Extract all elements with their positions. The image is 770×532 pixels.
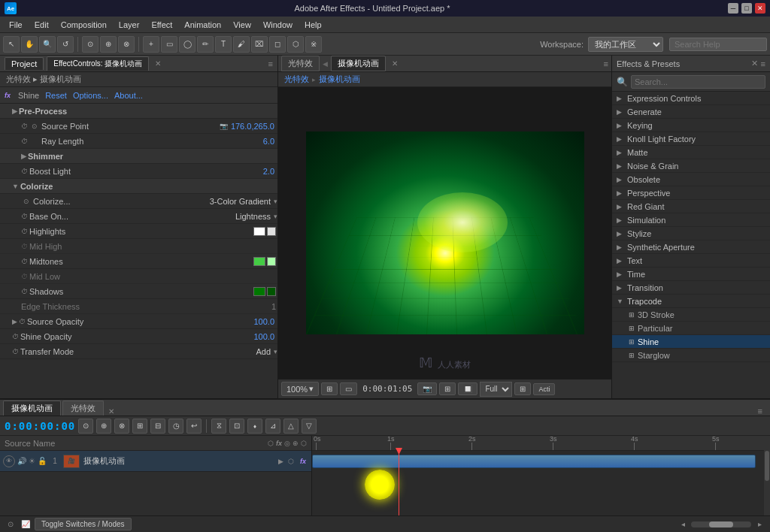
composition-canvas[interactable]: 𝕄 人人素材 xyxy=(278,87,611,379)
midtones-color-swatch[interactable] xyxy=(253,257,265,266)
scrollbar-thumb-v[interactable] xyxy=(765,451,769,481)
shadows-color-swatch[interactable] xyxy=(253,287,265,296)
timeline-tab-camera[interactable]: 摄像机动画 xyxy=(3,401,61,416)
timeline-tab-close[interactable]: ✕ xyxy=(108,407,114,416)
colorize-section[interactable]: ▼ Colorize xyxy=(0,179,277,194)
tl-zoom-in-icon[interactable]: ▸ xyxy=(753,518,765,530)
tab-project[interactable]: Project xyxy=(5,57,44,70)
comp-tab-camera[interactable]: 摄像机动画 xyxy=(331,56,386,71)
playhead[interactable] xyxy=(399,451,399,515)
snapshot-button[interactable]: 🔲 xyxy=(458,382,477,395)
layer-solo-icon[interactable]: ☀ xyxy=(29,457,35,465)
menu-composition[interactable]: Composition xyxy=(55,19,113,31)
effect-perspective[interactable]: ▶ Perspective xyxy=(612,186,770,200)
tl-bottom-compose-icon[interactable]: ⊙ xyxy=(5,518,17,530)
layer-bar-1[interactable] xyxy=(312,455,756,468)
comp-breadcrumb-2[interactable]: 摄像机动画 xyxy=(319,74,360,85)
tl-tool-2[interactable]: ⊕ xyxy=(96,419,111,434)
tl-tool-13[interactable]: ▽ xyxy=(302,419,317,434)
menu-effect[interactable]: Effect xyxy=(145,19,178,31)
effect-matte[interactable]: ▶ Matte xyxy=(612,146,770,159)
effects-search-input[interactable] xyxy=(631,75,765,89)
tl-tool-1[interactable]: ⊙ xyxy=(78,419,93,434)
colorize-dropdown-icon[interactable]: ▾ xyxy=(274,198,277,205)
effect-obsolete[interactable]: ▶ Obsolete xyxy=(612,173,770,186)
midtones-swatch2[interactable] xyxy=(267,257,276,266)
tool-rotate[interactable]: ↺ xyxy=(57,36,74,53)
tl-zoom-out-icon[interactable]: ◂ xyxy=(677,518,689,530)
base-stopwatch-icon[interactable]: ⏱ xyxy=(21,213,28,220)
shine-opacity-value[interactable]: 100.0 xyxy=(253,332,277,341)
menu-file[interactable]: File xyxy=(3,19,29,31)
tool-pen[interactable]: ✏ xyxy=(197,36,214,53)
menu-window[interactable]: Window xyxy=(257,19,299,31)
menu-animation[interactable]: Animation xyxy=(178,19,227,31)
menu-help[interactable]: Help xyxy=(299,19,328,31)
layer-expand-icon[interactable]: ▶ xyxy=(278,458,283,465)
tool-hand[interactable]: ✋ xyxy=(21,36,38,53)
camera-button[interactable]: 📷 xyxy=(417,382,437,395)
ray-length-value[interactable]: 6.0 xyxy=(263,137,277,146)
tool-camera-dolly[interactable]: ⊗ xyxy=(118,36,135,53)
menu-layer[interactable]: Layer xyxy=(113,19,146,31)
tl-tool-4[interactable]: ⊞ xyxy=(132,419,147,434)
shadows-swatch2[interactable] xyxy=(267,287,276,296)
comp-options-button[interactable]: ⊞ xyxy=(514,382,531,395)
action-safe-button[interactable]: Acti xyxy=(533,383,555,395)
colorize-mode-row[interactable]: ⊙ Colorize... 3-Color Gradient ▾ xyxy=(0,194,277,209)
tl-tool-7[interactable]: ↩ xyxy=(186,419,202,434)
tool-camera-track[interactable]: ⊕ xyxy=(100,36,117,53)
effect-particular[interactable]: ⊞ Particular xyxy=(612,322,770,335)
tool-select[interactable]: ↖ xyxy=(3,36,20,53)
tl-tool-12[interactable]: △ xyxy=(283,419,299,434)
effect-trapcode[interactable]: ▼ Trapcode xyxy=(612,295,770,308)
midtones-row[interactable]: ⏱ Midtones xyxy=(0,254,277,269)
effect-generate[interactable]: ▶ Generate xyxy=(612,105,770,119)
comp-tab-close[interactable]: ✕ xyxy=(392,59,398,68)
zoom-select[interactable]: 100% ▾ xyxy=(281,382,319,396)
ray-stopwatch-icon[interactable]: ⏱ xyxy=(21,138,28,145)
tl-tool-6[interactable]: ◷ xyxy=(168,419,183,434)
comp-tab-guangtexiao[interactable]: 光特效 xyxy=(281,56,320,71)
ray-length-row[interactable]: ⏱ Ray Length 6.0 xyxy=(0,134,277,149)
tool-puppet[interactable]: ※ xyxy=(305,36,322,53)
transfer-mode-row[interactable]: ⏱ Transfer Mode Add ▾ xyxy=(0,344,277,359)
effect-red-giant[interactable]: ▶ Red Giant xyxy=(612,200,770,213)
effect-expression-controls[interactable]: ▶ Expression Controls xyxy=(612,92,770,105)
layer-row-1[interactable]: 👁 🔊 ☀ 🔓 1 🎥 摄像机动画 ▶ ⬡ fx xyxy=(0,451,311,472)
tool-camera-orbit[interactable]: ⊙ xyxy=(82,36,99,53)
tl-zoom-slider[interactable] xyxy=(691,521,751,527)
menu-view[interactable]: View xyxy=(227,19,257,31)
tool-mask-rect[interactable]: ▭ xyxy=(161,36,177,53)
toggle-switches-modes-button[interactable]: Toggle Switches / Modes xyxy=(35,518,132,530)
comp-panel-menu[interactable]: ≡ xyxy=(604,59,608,68)
shine-stopwatch[interactable]: ⏱ xyxy=(12,333,19,340)
tl-bottom-graph-icon[interactable]: 📈 xyxy=(20,518,32,530)
panel-menu-left[interactable]: ≡ xyxy=(268,59,273,68)
tool-roto[interactable]: ⬡ xyxy=(287,36,304,53)
timeline-canvas[interactable] xyxy=(312,451,770,515)
effect-3d-stroke[interactable]: ⊞ 3D Stroke xyxy=(612,308,770,322)
tl-tool-5[interactable]: ⊟ xyxy=(150,419,165,434)
effect-time[interactable]: ▶ Time xyxy=(612,268,770,281)
pre-process-section[interactable]: ▶ Pre-Process xyxy=(0,104,277,119)
menu-edit[interactable]: Edit xyxy=(29,19,55,31)
minimize-button[interactable]: ─ xyxy=(728,3,738,14)
options-button[interactable]: Options... xyxy=(73,91,108,100)
shine-opacity-row[interactable]: ⏱ Shine Opacity 100.0 xyxy=(0,329,277,344)
timeline-scrollbar-v[interactable] xyxy=(764,436,770,515)
effects-panel-menu-icon[interactable]: ✕ xyxy=(751,59,758,68)
tl-tool-3[interactable]: ⊗ xyxy=(114,419,129,434)
effect-transition[interactable]: ▶ Transition xyxy=(612,281,770,295)
tool-brush[interactable]: 🖌 xyxy=(233,36,250,53)
tl-tool-10[interactable]: ⬧ xyxy=(247,419,262,434)
timeline-panel-menu[interactable]: ≡ xyxy=(758,407,767,416)
layer-switch-icon[interactable]: ⬡ xyxy=(286,456,296,467)
highlights-stopwatch-icon[interactable]: ⏱ xyxy=(21,228,28,235)
effect-starglow[interactable]: ⊞ Starglow xyxy=(612,349,770,362)
layer-fx-icon[interactable]: fx xyxy=(298,456,308,467)
comp-breadcrumb-1[interactable]: 光特效 xyxy=(284,74,309,85)
tool-zoom[interactable]: 🔍 xyxy=(39,36,56,53)
source-opacity-row[interactable]: ▶ ⏱ Source Opacity 100.0 xyxy=(0,314,277,329)
effect-keying[interactable]: ▶ Keying xyxy=(612,119,770,132)
